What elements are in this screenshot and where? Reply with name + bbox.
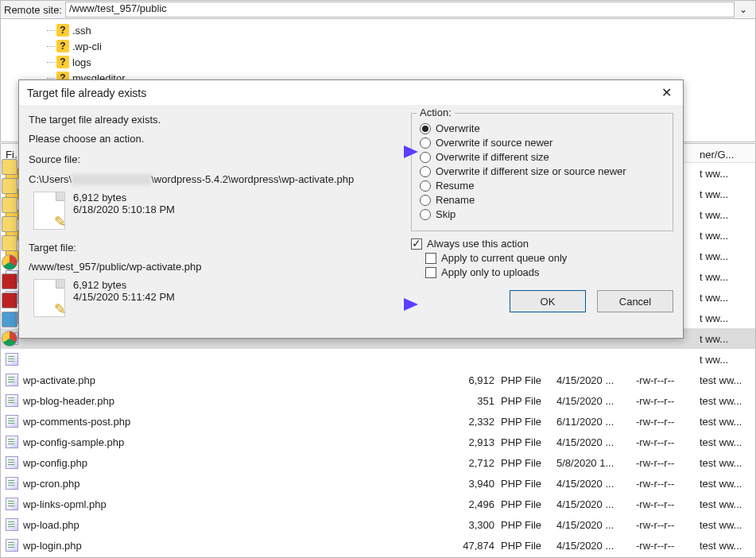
- check-always-use[interactable]: Always use this action: [411, 238, 673, 250]
- os-taskbar-strip: [0, 159, 19, 347]
- file-row[interactable]: wp-links-opml.php2,496PHP File4/15/2020 …: [1, 494, 755, 514]
- file-exists-dialog: Target file already exists ✕ The target …: [18, 79, 684, 339]
- file-type: PHP File: [501, 374, 556, 386]
- file-date: 4/15/2020 ...: [556, 519, 636, 531]
- file-owner: test ww...: [700, 540, 755, 552]
- file-row[interactable]: wp-config-sample.php2,913PHP File4/15/20…: [1, 432, 755, 452]
- file-owner: t ww...: [700, 354, 755, 366]
- file-name: wp-links-opml.php: [23, 498, 445, 510]
- check-queue-only[interactable]: Apply to current queue only: [425, 252, 673, 264]
- php-file-icon: [6, 374, 18, 386]
- redacted-username: [72, 174, 151, 185]
- file-date: 4/15/2020 ...: [556, 395, 636, 407]
- radio-overwrite-diffsize[interactable]: Overwrite if different size: [420, 151, 665, 163]
- radio-icon: [420, 195, 431, 206]
- remote-path-dropdown-icon[interactable]: ⌄: [735, 4, 752, 15]
- file-name: wp-config.php: [23, 457, 445, 469]
- file-size: 2,913: [445, 436, 501, 448]
- file-type: PHP File: [501, 395, 556, 407]
- file-row[interactable]: wp-cron.php3,940PHP File4/15/2020 ...-rw…: [1, 473, 755, 494]
- php-file-icon: [6, 498, 18, 510]
- file-perm: -rw-r--r--: [636, 395, 700, 407]
- file-row[interactable]: wp-config.php2,712PHP File5/8/2020 1...-…: [1, 452, 755, 473]
- file-perm: -rw-r--r--: [636, 498, 700, 510]
- check-uploads-only[interactable]: Apply only to uploads: [425, 266, 673, 278]
- remote-site-label: Remote site:: [4, 4, 65, 16]
- action-group: Action: Overwrite Overwrite if source ne…: [411, 113, 673, 231]
- file-name: wp-load.php: [23, 519, 445, 531]
- source-file-date: 6/18/2020 5:10:18 PM: [73, 203, 175, 215]
- remote-path-input[interactable]: /www/test_957/public: [65, 2, 735, 17]
- file-owner: test ww...: [700, 436, 755, 448]
- file-row[interactable]: wp-blog-header.php351PHP File4/15/2020 .…: [1, 390, 755, 411]
- radio-resume[interactable]: Resume: [420, 180, 665, 192]
- file-owner: t ww...: [700, 168, 755, 180]
- file-row[interactable]: wp-activate.php6,912PHP File4/15/2020 ..…: [1, 370, 755, 390]
- file-row[interactable]: wp-login.php47,874PHP File4/15/2020 ...-…: [1, 535, 755, 556]
- file-perm: -rw-r--r--: [636, 416, 700, 428]
- file-owner: test ww...: [700, 374, 755, 386]
- unknown-folder-icon: ?: [56, 40, 69, 52]
- php-file-icon: [6, 456, 18, 469]
- target-file-size: 6,912 bytes: [73, 279, 175, 291]
- file-type: PHP File: [501, 457, 556, 469]
- col-owner[interactable]: ner/G...: [700, 149, 755, 161]
- file-owner: t ww...: [700, 312, 755, 324]
- folder-icon: [2, 197, 17, 213]
- file-name: wp-config-sample.php: [23, 436, 445, 448]
- php-file-icon: [6, 394, 18, 407]
- file-type: PHP File: [501, 540, 556, 552]
- tree-label: logs: [72, 56, 91, 68]
- file-owner: test ww...: [700, 498, 755, 510]
- source-file-path: C:\Users\\wordpress-5.4.2\wordpress\wp-a…: [29, 172, 405, 187]
- php-file-icon: [33, 279, 65, 317]
- radio-overwrite-newer[interactable]: Overwrite if source newer: [420, 137, 665, 149]
- dialog-titlebar: Target file already exists ✕: [19, 80, 683, 105]
- cancel-button[interactable]: Cancel: [597, 290, 673, 312]
- php-file-icon: [6, 436, 18, 448]
- file-perm: -rw-r--r--: [636, 436, 700, 448]
- radio-icon: [420, 209, 431, 220]
- file-size: 47,874: [445, 540, 501, 552]
- file-date: 5/8/2020 1...: [556, 457, 636, 469]
- radio-rename[interactable]: Rename: [420, 194, 665, 206]
- action-legend: Action:: [417, 107, 455, 118]
- file-row[interactable]: wp-comments-post.php2,332PHP File6/11/20…: [1, 411, 755, 432]
- close-icon[interactable]: ✕: [658, 85, 675, 100]
- radio-overwrite-diffornewer[interactable]: Overwrite if different size or source ne…: [420, 165, 665, 177]
- tree-node[interactable]: ? .ssh: [56, 22, 755, 38]
- file-type: PHP File: [501, 478, 556, 490]
- php-file-icon: [6, 415, 18, 428]
- tree-node[interactable]: ? .wp-cli: [56, 38, 755, 54]
- radio-overwrite[interactable]: Overwrite: [420, 122, 665, 134]
- file-owner: t ww...: [700, 333, 755, 345]
- dialog-title: Target file already exists: [27, 87, 146, 99]
- file-perm: -rw-r--r--: [636, 374, 700, 386]
- target-file-path: /www/test_957/public/wp-activate.php: [29, 260, 405, 274]
- target-file-label: Target file:: [29, 241, 405, 255]
- radio-icon: [420, 180, 431, 192]
- radio-skip[interactable]: Skip: [420, 208, 665, 220]
- php-file-icon: [6, 518, 18, 531]
- source-file-size: 6,912 bytes: [73, 192, 175, 203]
- file-row[interactable]: t ww...: [1, 349, 755, 370]
- ok-button[interactable]: OK: [510, 290, 586, 312]
- file-owner: t ww...: [700, 188, 755, 200]
- file-owner: t ww...: [700, 230, 755, 242]
- dialog-message: Please choose an action.: [29, 132, 405, 146]
- file-size: 351: [445, 395, 501, 407]
- checkbox-icon: [425, 267, 436, 278]
- tree-node[interactable]: ? logs: [56, 54, 755, 70]
- filezilla-icon: [2, 273, 17, 289]
- folder-icon: [2, 235, 17, 251]
- file-row[interactable]: wp-load.php3,300PHP File4/15/2020 ...-rw…: [1, 514, 755, 535]
- unknown-folder-icon: ?: [56, 56, 69, 68]
- target-file-date: 4/15/2020 5:11:42 PM: [73, 291, 175, 303]
- file-type: PHP File: [501, 519, 556, 531]
- folder-icon: [2, 216, 17, 232]
- file-size: 3,940: [445, 478, 501, 490]
- radio-icon: [420, 138, 431, 149]
- file-size: 2,712: [445, 457, 501, 469]
- file-owner: test ww...: [700, 395, 755, 407]
- checkbox-icon: [411, 238, 422, 250]
